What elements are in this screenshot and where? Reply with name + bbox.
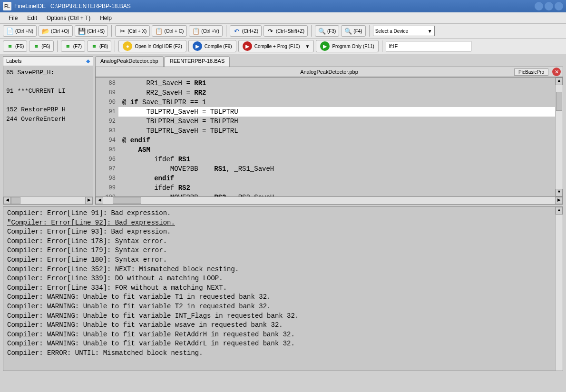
file-header: AnalogPeakDetector.pbp PicBasicPro ✕ xyxy=(95,67,563,77)
close-button[interactable] xyxy=(555,2,563,10)
minimize-button[interactable] xyxy=(535,2,543,10)
indent-icon: ≡ xyxy=(6,42,14,50)
output-line: Compiler: WARNING: Unable to fit variabl… xyxy=(7,302,559,312)
output-line: Compiler: Error[Line 352]: NEXT: Mismatc… xyxy=(7,265,559,274)
app-logo: FL xyxy=(3,2,11,10)
open-button[interactable]: 📂(Ctrl +O) xyxy=(39,25,73,37)
redo-icon: ↷ xyxy=(267,27,274,35)
paste-icon: 📋 xyxy=(192,27,200,35)
program-only-button[interactable]: ▶Program Only (F11) xyxy=(316,40,378,52)
app-title: FineLineIDE C:\PBP\REENTERPBP-18.BAS xyxy=(14,3,131,10)
editor-hscroll[interactable]: ◀▶ xyxy=(95,197,563,205)
undo-icon: ↶ xyxy=(233,27,241,35)
editor-tabs: AnalogPeakDetector.pbpREENTERPBP-18.BAS xyxy=(95,56,563,67)
f6-button[interactable]: ≡(F6) xyxy=(29,40,53,52)
editor-tab[interactable]: AnalogPeakDetector.pbp xyxy=(95,56,164,67)
scroll-right-icon[interactable]: ▶ xyxy=(555,197,563,204)
cut-icon: ✂ xyxy=(118,27,126,35)
output-line: Compiler: WARNING: Unable to fit variabl… xyxy=(7,312,559,321)
output-line: Compiler: WARNING: Unable to fit variabl… xyxy=(7,293,559,302)
find-icon: 🔍 xyxy=(318,27,326,35)
output-line: Compiler: Error[Line 334]: FOR without a… xyxy=(7,284,559,293)
menu-file[interactable]: File xyxy=(4,13,22,23)
compile-prog-button[interactable]: ▶Compile + Prog (F10)▼ xyxy=(238,40,314,52)
f7-button[interactable]: ≡(F7) xyxy=(61,40,85,52)
outdent-icon: ≡ xyxy=(32,42,40,50)
scroll-left-icon[interactable]: ◀ xyxy=(3,197,11,204)
output-line: Compiler: Error[Line 91]: Bad expression… xyxy=(7,209,559,218)
language-selector[interactable]: PicBasicPro xyxy=(514,69,548,76)
maximize-button[interactable] xyxy=(545,2,553,10)
labels-sidebar: Labels◆ 65 SavePBP_H: 91 ***CURRENT LI 1… xyxy=(3,56,93,205)
menu-options[interactable]: Options (Ctrl + T) xyxy=(42,13,95,23)
play2-icon: ▶ xyxy=(243,41,252,51)
scroll-down-icon[interactable]: ▼ xyxy=(556,189,563,196)
outdent2-icon: ≡ xyxy=(90,42,98,50)
output-line: Compiler: WARNING: Unable to fit variabl… xyxy=(7,339,559,349)
device-select[interactable]: Select a Device▼ xyxy=(373,26,435,36)
code-editor[interactable]: 888990919293949596979899100 RR1_SaveH = … xyxy=(95,77,563,197)
editor-vscroll[interactable]: ▲▼ xyxy=(555,78,563,196)
line-gutter: 888990919293949596979899100 xyxy=(96,78,118,196)
menu-help[interactable]: Help xyxy=(95,13,117,23)
menu-edit[interactable]: Edit xyxy=(22,13,42,23)
play3-icon: ▶ xyxy=(320,41,330,51)
output-line: "Compiler: Error[Line 92]: Bad expressio… xyxy=(7,218,559,228)
chevron-down-icon[interactable]: ▼ xyxy=(305,44,310,49)
output-line: Compiler: WARNING: Unable to fit variabl… xyxy=(7,321,559,330)
output-line: Compiler: Error[Line 339]: DO without a … xyxy=(7,274,559,284)
scroll-right-icon[interactable]: ▶ xyxy=(85,197,93,204)
open-icon: 📂 xyxy=(42,27,49,35)
save-button[interactable]: 💾(Ctrl +S) xyxy=(75,25,108,37)
sidebar-hscroll[interactable]: ◀▶ xyxy=(3,196,93,204)
findnext-button[interactable]: 🔍(F4) xyxy=(341,25,365,37)
paste-button[interactable]: 📋(Ctrl +V) xyxy=(189,25,223,37)
compiler-output[interactable]: Compiler: Error[Line 91]: Bad expression… xyxy=(3,206,563,371)
output-vscroll[interactable]: ▲ xyxy=(555,207,563,371)
scroll-left-icon[interactable]: ◀ xyxy=(96,197,103,204)
vscroll-thumb[interactable] xyxy=(556,92,562,111)
output-line: Compiler: Error[Line 179]: Syntax error. xyxy=(7,246,559,255)
new-button[interactable]: 📄(Ctrl +N) xyxy=(3,25,37,37)
if-input[interactable]: if:IF xyxy=(386,41,471,51)
close-file-button[interactable]: ✕ xyxy=(552,68,561,76)
toolbar-main: 📄(Ctrl +N) 📂(Ctrl +O) 💾(Ctrl +S) ✂(Ctrl … xyxy=(0,24,566,39)
ide-icon: ● xyxy=(123,41,132,51)
scroll-up-icon[interactable]: ▲ xyxy=(556,207,563,215)
undo-button[interactable]: ↶(Ctrl+Z) xyxy=(230,25,262,37)
new-icon: 📄 xyxy=(6,27,14,35)
labels-header[interactable]: Labels◆ xyxy=(3,57,93,66)
findnext-icon: 🔍 xyxy=(344,27,352,35)
hscroll-thumb[interactable] xyxy=(113,197,141,204)
play-icon: ▶ xyxy=(193,41,202,51)
save-icon: 💾 xyxy=(78,27,86,35)
output-line: Compiler: Error[Line 93]: Bad expression… xyxy=(7,227,559,237)
menubar: File Edit Options (Ctrl + T) Help xyxy=(0,12,566,24)
titlebar: FL FineLineIDE C:\PBP\REENTERPBP-18.BAS xyxy=(0,0,566,12)
labels-list[interactable]: 65 SavePBP_H: 91 ***CURRENT LI 152 Resto… xyxy=(3,66,93,196)
output-line: Compiler: WARNING: Unable to fit variabl… xyxy=(7,330,559,340)
file-name: AnalogPeakDetector.pbp xyxy=(96,69,563,75)
chevron-down-icon: ▼ xyxy=(428,29,432,34)
find-button[interactable]: 🔍(F3) xyxy=(315,25,339,37)
redo-button[interactable]: ↷(Ctrl+Shift+Z) xyxy=(263,25,308,37)
diamond-icon: ◆ xyxy=(86,58,90,64)
copy-icon: 📋 xyxy=(155,27,163,35)
editor-tab[interactable]: REENTERPBP-18.BAS xyxy=(165,56,230,67)
scroll-thumb[interactable] xyxy=(11,197,20,204)
copy-button[interactable]: 📋(Ctrl + C) xyxy=(152,25,187,37)
f5-button[interactable]: ≡(F5) xyxy=(3,40,27,52)
scroll-up-icon[interactable]: ▲ xyxy=(556,78,563,85)
cut-button[interactable]: ✂(Ctrl + X) xyxy=(115,25,150,37)
indent2-icon: ≡ xyxy=(64,42,72,50)
open-ide-button[interactable]: ●Open in Origi IDE (F2) xyxy=(118,40,186,52)
output-line: Compiler: Error[Line 180]: Syntax error. xyxy=(7,255,559,265)
toolbar-secondary: ≡(F5) ≡(F6) ≡(F7) ≡(F8) ●Open in Origi I… xyxy=(0,39,566,54)
output-line: Compiler: Error[Line 178]: Syntax error. xyxy=(7,237,559,246)
code-body[interactable]: RR1_SaveH = RR1 RR2_SaveH = RR2@ if Save… xyxy=(118,78,555,196)
compile-button[interactable]: ▶Compile (F9) xyxy=(188,40,236,52)
f8-button[interactable]: ≡(F8) xyxy=(87,40,111,52)
output-line: Compiler: ERROR: UNTIL: Mismatched block… xyxy=(7,349,559,358)
